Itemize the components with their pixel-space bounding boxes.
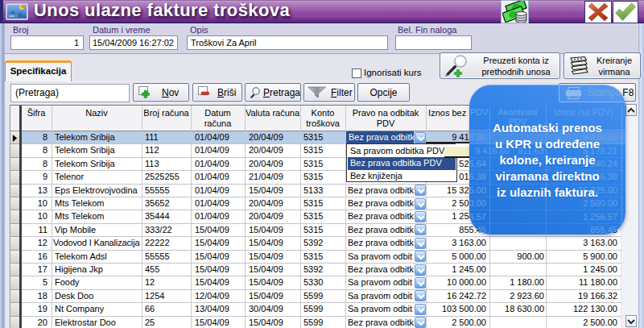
svg-text:≈≈: ≈≈	[9, 14, 14, 19]
